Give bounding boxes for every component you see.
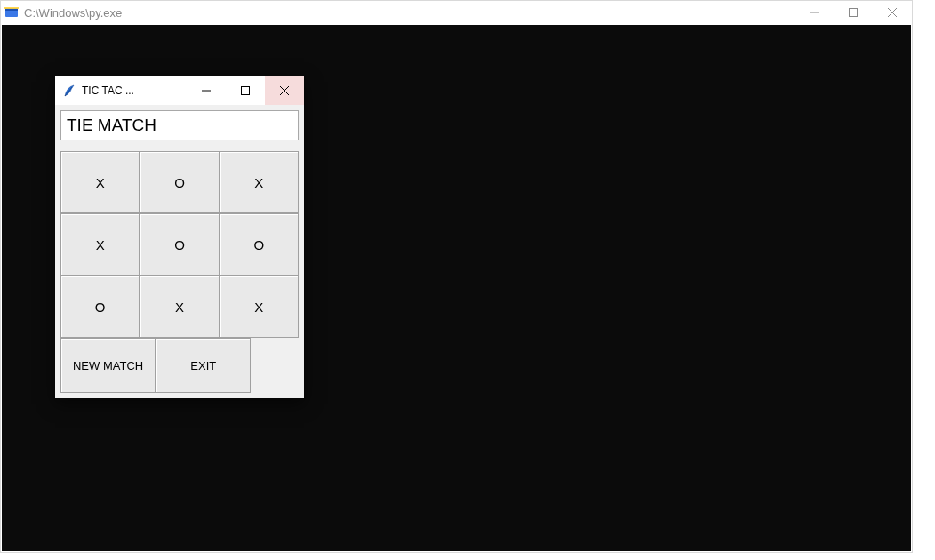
board-cell-1[interactable]: O xyxy=(140,151,219,213)
action-row: NEW MATCH EXIT xyxy=(60,338,299,393)
svg-rect-9 xyxy=(242,87,250,95)
app-title: TIC TAC ... xyxy=(82,84,187,97)
game-board: X O X X O O O X X xyxy=(60,151,299,338)
svg-rect-2 xyxy=(4,7,19,9)
python-console-icon xyxy=(4,5,19,20)
svg-rect-4 xyxy=(850,9,858,17)
exit-button[interactable]: EXIT xyxy=(156,338,251,393)
app-titlebar[interactable]: TIC TAC ... xyxy=(55,76,304,105)
console-body: TIC TAC ... TIE MATCH X O X X xyxy=(2,25,911,551)
board-cell-2[interactable]: X xyxy=(220,151,299,213)
board-cell-4[interactable]: O xyxy=(140,213,219,276)
board-cell-6[interactable]: O xyxy=(60,276,140,338)
board-cell-0[interactable]: X xyxy=(60,151,140,213)
app-body: TIE MATCH X O X X O O O X X NEW MATCH EX… xyxy=(55,105,304,398)
console-title: C:\Windows\py.exe xyxy=(24,6,795,20)
app-maximize-button[interactable] xyxy=(226,76,265,105)
console-maximize-button[interactable] xyxy=(834,1,873,24)
tic-tac-toe-window: TIC TAC ... TIE MATCH X O X X xyxy=(55,76,304,398)
console-titlebar: C:\Windows\py.exe xyxy=(1,1,912,24)
board-cell-8[interactable]: X xyxy=(220,276,299,338)
app-minimize-button[interactable] xyxy=(187,76,226,105)
action-row-spacer xyxy=(251,338,299,393)
board-cell-5[interactable]: O xyxy=(220,213,299,276)
status-field[interactable]: TIE MATCH xyxy=(60,110,299,140)
board-cell-7[interactable]: X xyxy=(140,276,219,338)
app-close-button[interactable] xyxy=(265,76,304,105)
board-cell-3[interactable]: X xyxy=(60,213,140,276)
console-close-button[interactable] xyxy=(873,1,912,24)
tkinter-icon xyxy=(62,84,76,98)
console-window: C:\Windows\py.exe TIC TAC ... xyxy=(0,0,913,553)
console-minimize-button[interactable] xyxy=(795,1,834,24)
new-match-button[interactable]: NEW MATCH xyxy=(60,338,156,393)
